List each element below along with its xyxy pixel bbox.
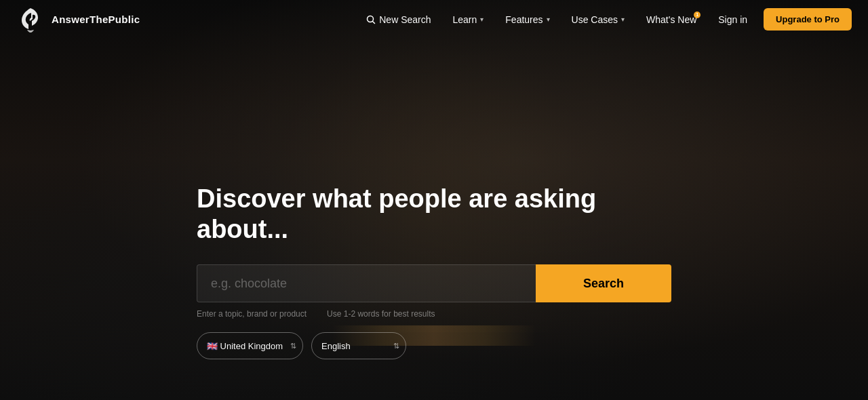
sign-in-link[interactable]: Sign in [709,9,757,31]
whats-new-label: What's New [646,14,696,25]
search-input-wrapper [197,264,536,302]
search-button[interactable]: Search [536,264,671,302]
country-select-wrapper: 🇬🇧 United Kingdom 🇺🇸 United States 🇦🇺 Au… [197,332,303,359]
new-search-label: New Search [379,14,431,25]
upgrade-button[interactable]: Upgrade to Pro [764,8,852,31]
whats-new-nav-link[interactable]: What's New 1 [637,9,706,31]
search-icon [366,15,376,24]
country-select[interactable]: 🇬🇧 United Kingdom 🇺🇸 United States 🇦🇺 Au… [197,332,303,359]
search-row: Search [197,264,671,302]
learn-label: Learn [453,14,477,25]
logo-icon [16,5,45,34]
whats-new-badge-dot: 1 [694,12,701,18]
use-cases-chevron-icon: ▾ [621,16,625,23]
hero-title: Discover what people are asking about... [197,184,671,245]
features-nav-link[interactable]: Features ▾ [496,9,559,31]
search-input[interactable] [197,264,536,302]
search-hint-1: Enter a topic, brand or product [197,309,307,319]
nav-links: New Search Learn ▾ Features ▾ Use Cases … [357,8,852,31]
features-chevron-icon: ▾ [547,16,550,23]
filters-row: 🇬🇧 United Kingdom 🇺🇸 United States 🇦🇺 Au… [197,332,671,359]
learn-chevron-icon: ▾ [480,16,484,23]
logo-text: AnswerThePublic [52,14,140,25]
logo-area[interactable]: AnswerThePublic [16,5,140,34]
language-select-wrapper: English French German [311,332,406,359]
search-hint-2: Use 1-2 words for best results [327,309,435,319]
features-label: Features [505,14,542,25]
main-nav: AnswerThePublic New Search Learn ▾ Featu… [0,0,868,39]
hero-content: Discover what people are asking about...… [197,184,671,359]
use-cases-nav-link[interactable]: Use Cases ▾ [562,9,634,31]
use-cases-label: Use Cases [572,14,618,25]
learn-nav-link[interactable]: Learn ▾ [443,9,494,31]
new-search-nav-link[interactable]: New Search [357,9,440,31]
search-hints: Enter a topic, brand or product Use 1-2 … [197,309,671,319]
sign-in-label: Sign in [718,14,747,25]
language-select[interactable]: English French German [311,332,406,359]
